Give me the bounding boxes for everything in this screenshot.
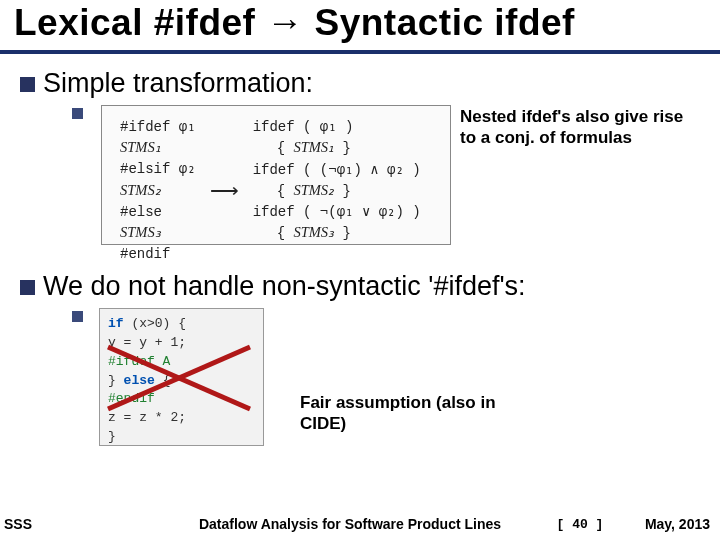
annotation-fair: Fair assumption (also in CIDE) [300, 392, 520, 435]
bullet-2-text: We do not handle non-syntactic '#ifdef's… [43, 271, 526, 302]
footer-page: [ 40 ] [550, 517, 610, 532]
square-bullet-icon [20, 280, 35, 295]
footer-center: Dataflow Analysis for Software Product L… [150, 516, 550, 532]
footer-date: May, 2013 [610, 516, 720, 532]
annotation-nested: Nested ifdef's also give rise to a conj.… [460, 106, 690, 149]
transformation-box: #ifdef φ₁ STMS₁ #elsif φ₂ STMS₂ #else ST… [101, 105, 451, 245]
bullet-2: We do not handle non-syntactic '#ifdef's… [20, 271, 700, 302]
arrow-icon: ⟶ [210, 179, 239, 201]
footer-left: SSS [0, 516, 150, 532]
bullet-1: Simple transformation: [20, 68, 700, 99]
bullet-1-text: Simple transformation: [43, 68, 313, 99]
square-bullet-icon [72, 108, 83, 119]
transformation-table: #ifdef φ₁ STMS₁ #elsif φ₂ STMS₂ #else ST… [112, 114, 429, 266]
slide-title: Lexical #ifdef → Syntactic ifdef [0, 0, 720, 54]
sub-bullet-1: #ifdef φ₁ STMS₁ #elsif φ₂ STMS₂ #else ST… [72, 105, 451, 245]
slide-footer: SSS Dataflow Analysis for Software Produ… [0, 516, 720, 532]
square-bullet-icon [72, 311, 83, 322]
square-bullet-icon [20, 77, 35, 92]
nonsyntactic-code-box: if (x>0) { y = y + 1; #ifdef A } else { … [99, 308, 264, 446]
